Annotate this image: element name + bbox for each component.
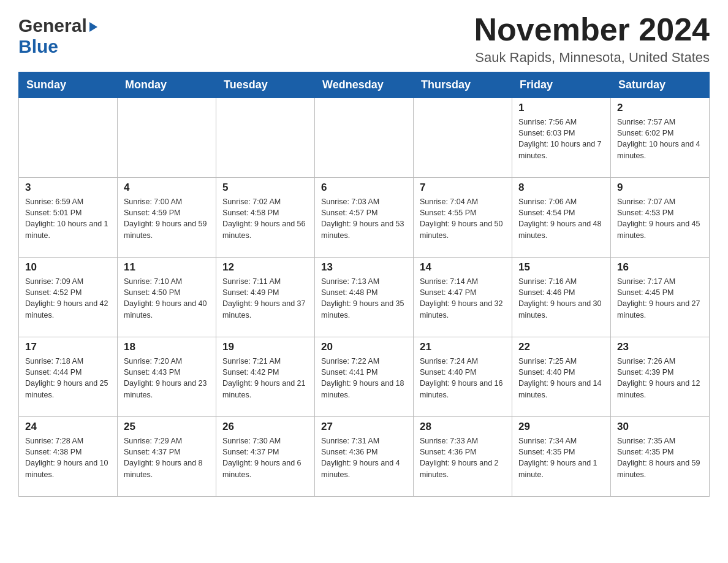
- day-info: Sunrise: 7:07 AM Sunset: 4:53 PM Dayligh…: [617, 196, 703, 241]
- day-number: 27: [321, 421, 407, 433]
- calendar-cell-week5-day4: 28Sunrise: 7:33 AM Sunset: 4:36 PM Dayli…: [414, 417, 512, 497]
- calendar-table: SundayMondayTuesdayWednesdayThursdayFrid…: [18, 72, 710, 497]
- calendar-cell-week2-day4: 7Sunrise: 7:04 AM Sunset: 4:55 PM Daylig…: [414, 178, 512, 258]
- day-number: 7: [420, 182, 506, 194]
- day-info: Sunrise: 7:04 AM Sunset: 4:55 PM Dayligh…: [420, 196, 506, 241]
- day-info: Sunrise: 7:56 AM Sunset: 6:03 PM Dayligh…: [518, 117, 604, 161]
- logo-triangle-icon: [89, 22, 97, 32]
- calendar-cell-week3-day2: 12Sunrise: 7:11 AM Sunset: 4:49 PM Dayli…: [216, 258, 315, 337]
- day-info: Sunrise: 7:24 AM Sunset: 4:40 PM Dayligh…: [420, 356, 506, 400]
- day-number: 6: [321, 182, 407, 194]
- weekday-header-monday: Monday: [118, 72, 216, 98]
- calendar-cell-week4-day6: 23Sunrise: 7:26 AM Sunset: 4:39 PM Dayli…: [611, 337, 710, 417]
- day-info: Sunrise: 7:29 AM Sunset: 4:37 PM Dayligh…: [124, 435, 210, 480]
- day-number: 10: [25, 261, 111, 274]
- day-info: Sunrise: 6:59 AM Sunset: 5:01 PM Dayligh…: [25, 196, 111, 241]
- day-info: Sunrise: 7:02 AM Sunset: 4:58 PM Dayligh…: [222, 196, 308, 241]
- calendar-cell-week2-day2: 5Sunrise: 7:02 AM Sunset: 4:58 PM Daylig…: [216, 178, 315, 258]
- calendar-cell-week1-day1: [118, 98, 216, 178]
- calendar-body: 1Sunrise: 7:56 AM Sunset: 6:03 PM Daylig…: [19, 98, 710, 497]
- day-info: Sunrise: 7:10 AM Sunset: 4:50 PM Dayligh…: [124, 276, 210, 321]
- calendar-cell-week1-day0: [19, 98, 118, 178]
- calendar-cell-week4-day2: 19Sunrise: 7:21 AM Sunset: 4:42 PM Dayli…: [216, 337, 315, 417]
- calendar-cell-week1-day5: 1Sunrise: 7:56 AM Sunset: 6:03 PM Daylig…: [512, 98, 611, 178]
- day-number: 5: [222, 182, 308, 194]
- day-number: 4: [124, 182, 210, 194]
- day-number: 23: [617, 341, 703, 353]
- calendar-cell-week5-day1: 25Sunrise: 7:29 AM Sunset: 4:37 PM Dayli…: [118, 417, 216, 497]
- day-number: 29: [518, 421, 604, 433]
- day-info: Sunrise: 7:18 AM Sunset: 4:44 PM Dayligh…: [25, 356, 111, 400]
- day-info: Sunrise: 7:06 AM Sunset: 4:54 PM Dayligh…: [518, 196, 604, 241]
- calendar-cell-week3-day0: 10Sunrise: 7:09 AM Sunset: 4:52 PM Dayli…: [19, 258, 118, 337]
- day-info: Sunrise: 7:28 AM Sunset: 4:38 PM Dayligh…: [25, 435, 111, 480]
- calendar-cell-week2-day3: 6Sunrise: 7:03 AM Sunset: 4:57 PM Daylig…: [315, 178, 414, 258]
- day-info: Sunrise: 7:09 AM Sunset: 4:52 PM Dayligh…: [25, 276, 111, 321]
- day-info: Sunrise: 7:20 AM Sunset: 4:43 PM Dayligh…: [124, 356, 210, 400]
- day-number: 19: [222, 341, 308, 353]
- calendar-week-5: 24Sunrise: 7:28 AM Sunset: 4:38 PM Dayli…: [19, 417, 710, 497]
- logo-general-text: General: [18, 15, 87, 36]
- calendar-cell-week3-day1: 11Sunrise: 7:10 AM Sunset: 4:50 PM Dayli…: [118, 258, 216, 337]
- day-number: 14: [420, 261, 506, 274]
- day-number: 28: [420, 421, 506, 433]
- day-info: Sunrise: 7:30 AM Sunset: 4:37 PM Dayligh…: [222, 435, 308, 480]
- day-number: 12: [222, 261, 308, 274]
- calendar-header: SundayMondayTuesdayWednesdayThursdayFrid…: [19, 72, 710, 98]
- weekday-header-thursday: Thursday: [414, 72, 512, 98]
- day-number: 30: [617, 421, 703, 433]
- header: General Blue November 2024 Sauk Rapids, …: [18, 12, 710, 66]
- day-info: Sunrise: 7:35 AM Sunset: 4:35 PM Dayligh…: [617, 435, 703, 480]
- calendar-cell-week5-day6: 30Sunrise: 7:35 AM Sunset: 4:35 PM Dayli…: [611, 417, 710, 497]
- calendar-week-1: 1Sunrise: 7:56 AM Sunset: 6:03 PM Daylig…: [19, 98, 710, 178]
- day-number: 16: [617, 261, 703, 274]
- calendar-cell-week3-day3: 13Sunrise: 7:13 AM Sunset: 4:48 PM Dayli…: [315, 258, 414, 337]
- calendar-cell-week5-day0: 24Sunrise: 7:28 AM Sunset: 4:38 PM Dayli…: [19, 417, 118, 497]
- weekday-header-friday: Friday: [512, 72, 611, 98]
- calendar-title: November 2024: [474, 12, 710, 47]
- calendar-cell-week5-day2: 26Sunrise: 7:30 AM Sunset: 4:37 PM Dayli…: [216, 417, 315, 497]
- weekday-header-sunday: Sunday: [19, 72, 118, 98]
- calendar-cell-week2-day0: 3Sunrise: 6:59 AM Sunset: 5:01 PM Daylig…: [19, 178, 118, 258]
- day-number: 3: [25, 182, 111, 194]
- calendar-cell-week4-day5: 22Sunrise: 7:25 AM Sunset: 4:40 PM Dayli…: [512, 337, 611, 417]
- calendar-cell-week5-day5: 29Sunrise: 7:34 AM Sunset: 4:35 PM Dayli…: [512, 417, 611, 497]
- calendar-cell-week1-day3: [315, 98, 414, 178]
- day-info: Sunrise: 7:16 AM Sunset: 4:46 PM Dayligh…: [518, 276, 604, 321]
- day-number: 24: [25, 421, 111, 433]
- day-info: Sunrise: 7:57 AM Sunset: 6:02 PM Dayligh…: [617, 117, 703, 161]
- logo-blue-text: Blue: [18, 36, 58, 56]
- calendar-cell-week2-day5: 8Sunrise: 7:06 AM Sunset: 4:54 PM Daylig…: [512, 178, 611, 258]
- day-info: Sunrise: 7:26 AM Sunset: 4:39 PM Dayligh…: [617, 356, 703, 400]
- day-number: 8: [518, 182, 604, 194]
- calendar-cell-week3-day5: 15Sunrise: 7:16 AM Sunset: 4:46 PM Dayli…: [512, 258, 611, 337]
- calendar-cell-week1-day4: [414, 98, 512, 178]
- day-info: Sunrise: 7:00 AM Sunset: 4:59 PM Dayligh…: [124, 196, 210, 241]
- calendar-cell-week3-day6: 16Sunrise: 7:17 AM Sunset: 4:45 PM Dayli…: [611, 258, 710, 337]
- day-number: 13: [321, 261, 407, 274]
- calendar-cell-week1-day2: [216, 98, 315, 178]
- day-info: Sunrise: 7:31 AM Sunset: 4:36 PM Dayligh…: [321, 435, 407, 480]
- day-number: 25: [124, 421, 210, 433]
- day-number: 11: [124, 261, 210, 274]
- calendar-cell-week4-day3: 20Sunrise: 7:22 AM Sunset: 4:41 PM Dayli…: [315, 337, 414, 417]
- weekday-header-saturday: Saturday: [611, 72, 710, 98]
- calendar-cell-week5-day3: 27Sunrise: 7:31 AM Sunset: 4:36 PM Dayli…: [315, 417, 414, 497]
- day-info: Sunrise: 7:33 AM Sunset: 4:36 PM Dayligh…: [420, 435, 506, 480]
- day-info: Sunrise: 7:34 AM Sunset: 4:35 PM Dayligh…: [518, 435, 604, 480]
- calendar-cell-week2-day1: 4Sunrise: 7:00 AM Sunset: 4:59 PM Daylig…: [118, 178, 216, 258]
- day-number: 26: [222, 421, 308, 433]
- day-info: Sunrise: 7:17 AM Sunset: 4:45 PM Dayligh…: [617, 276, 703, 321]
- day-number: 20: [321, 341, 407, 353]
- calendar-cell-week3-day4: 14Sunrise: 7:14 AM Sunset: 4:47 PM Dayli…: [414, 258, 512, 337]
- day-number: 9: [617, 182, 703, 194]
- calendar-cell-week4-day4: 21Sunrise: 7:24 AM Sunset: 4:40 PM Dayli…: [414, 337, 512, 417]
- calendar-cell-week4-day1: 18Sunrise: 7:20 AM Sunset: 4:43 PM Dayli…: [118, 337, 216, 417]
- day-info: Sunrise: 7:21 AM Sunset: 4:42 PM Dayligh…: [222, 356, 308, 400]
- day-info: Sunrise: 7:11 AM Sunset: 4:49 PM Dayligh…: [222, 276, 308, 321]
- weekday-header-wednesday: Wednesday: [315, 72, 414, 98]
- day-info: Sunrise: 7:22 AM Sunset: 4:41 PM Dayligh…: [321, 356, 407, 400]
- day-number: 21: [420, 341, 506, 353]
- day-number: 15: [518, 261, 604, 274]
- weekday-header-tuesday: Tuesday: [216, 72, 315, 98]
